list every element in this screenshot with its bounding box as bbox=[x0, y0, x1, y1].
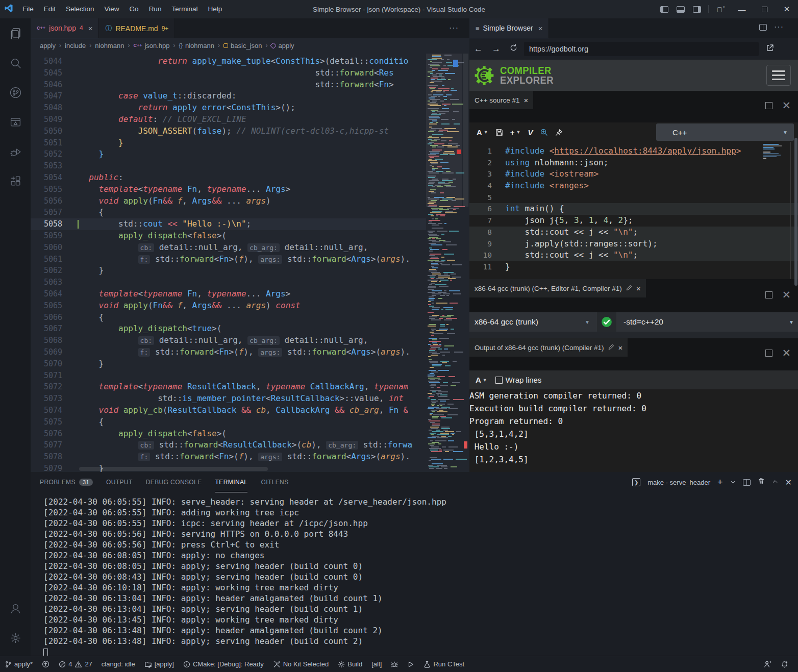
output-font-size-button[interactable]: A▼ bbox=[476, 376, 487, 384]
godbolt-scrollbar[interactable] bbox=[790, 142, 791, 279]
code-line-5055[interactable]: 5055 template<typename Fn, typename... A… bbox=[31, 184, 426, 195]
save-icon[interactable] bbox=[495, 129, 503, 136]
code-line-5059[interactable]: 5059 apply_dispatch<false>( bbox=[31, 230, 426, 242]
code-line-5054[interactable]: 5054 public: bbox=[31, 172, 426, 184]
code-line-5068[interactable]: 5068 cb: detail::null_arg, cb_arg: detai… bbox=[31, 335, 426, 346]
publish-changes-icon[interactable] bbox=[42, 660, 49, 668]
breadcrumb-item-apply[interactable]: apply bbox=[271, 42, 294, 49]
editor-more-actions[interactable]: ··· bbox=[449, 23, 459, 33]
build-button[interactable]: Build bbox=[338, 660, 362, 668]
breadcrumb[interactable]: apply›include›nlohmann›C++json.hpp›{}nlo… bbox=[31, 38, 469, 53]
close-button[interactable]: ✕ bbox=[776, 0, 798, 18]
code-line-5074[interactable]: 5074 void apply_cb(ResultCallback && cb,… bbox=[31, 405, 426, 416]
compiler-select[interactable]: x86-64 gcc (trunk) ▼ bbox=[475, 317, 597, 327]
code-line-5072[interactable]: 5072 template<typename ResultCallback, t… bbox=[31, 381, 426, 393]
godbolt-line-7[interactable]: 7 json j{5, 3, 1, 4, 2}; bbox=[469, 215, 798, 227]
terminal-instance-label[interactable]: make - serve_header bbox=[647, 479, 710, 486]
cmake-panel-icon[interactable] bbox=[0, 107, 31, 137]
close-panel-icon[interactable]: ✕ bbox=[785, 478, 792, 487]
reload-icon[interactable] bbox=[510, 44, 517, 54]
maximize-pane-icon[interactable] bbox=[765, 291, 772, 298]
split-terminal-icon[interactable] bbox=[743, 479, 751, 486]
code-line-5060[interactable]: 5060 cb: detail::null_arg, cb_arg: detai… bbox=[31, 242, 426, 254]
source-pane-tab[interactable]: C++ source #1 × bbox=[469, 91, 533, 109]
toggle-secondary-sidebar-icon[interactable] bbox=[693, 6, 701, 13]
toggle-sidebar-icon[interactable] bbox=[660, 6, 668, 13]
breadcrumb-item-nlohmann[interactable]: {}nlohmann bbox=[179, 42, 214, 49]
maximize-pane-icon[interactable] bbox=[765, 350, 772, 357]
breadcrumb-item-apply[interactable]: apply bbox=[40, 42, 56, 49]
code-line-5048[interactable]: 5048 return apply_error<ConstThis>(); bbox=[31, 102, 426, 114]
code-line-5069[interactable]: 5069 f: std::forward<Fn>(f), args: std::… bbox=[31, 346, 426, 358]
code-line-5063[interactable]: 5063 bbox=[31, 277, 426, 288]
code-line-5070[interactable]: 5070 } bbox=[31, 358, 426, 370]
editor-horizontal-scrollbar[interactable] bbox=[79, 467, 268, 471]
language-select[interactable]: C++ ▼ bbox=[656, 123, 794, 141]
code-line-5049[interactable]: 5049 default: // LCOV_EXCL_LINE bbox=[31, 114, 426, 126]
code-line-5071[interactable]: 5071 bbox=[31, 370, 426, 382]
close-output-tab-icon[interactable]: × bbox=[618, 343, 623, 352]
code-line-5076[interactable]: 5076 apply_dispatch<false>( bbox=[31, 428, 426, 440]
customize-layout-icon[interactable]: ▢˚ bbox=[717, 6, 726, 13]
editor-scrollbar[interactable] bbox=[462, 53, 469, 472]
godbolt-line-5[interactable]: 5 bbox=[469, 192, 798, 204]
panel-tab-problems[interactable]: PROBLEMS31 bbox=[40, 472, 93, 492]
tab-readme-md[interactable]: ⓘREADME.md9+ bbox=[99, 18, 175, 38]
extensions-icon[interactable] bbox=[0, 166, 31, 196]
rename-pane-icon[interactable] bbox=[626, 285, 632, 292]
menu-go[interactable]: Go bbox=[124, 0, 144, 18]
toggle-panel-icon[interactable] bbox=[677, 6, 685, 13]
breadcrumb-item-include[interactable]: include bbox=[65, 42, 86, 49]
code-line-5075[interactable]: 5075 { bbox=[31, 416, 426, 428]
launch-target-icon[interactable] bbox=[407, 661, 414, 668]
breadcrumb-item-basic_json[interactable]: basic_json bbox=[223, 42, 262, 49]
close-pane-icon[interactable]: ✕ bbox=[782, 350, 791, 357]
godbolt-line-6[interactable]: 6int main() { bbox=[469, 203, 798, 215]
close-pane-icon[interactable]: ✕ bbox=[782, 291, 791, 298]
panel-tab-debug-console[interactable]: DEBUG CONSOLE bbox=[146, 472, 202, 492]
code-line-5058[interactable]: 5058 std::cout << "Hello :-)\n"; bbox=[31, 218, 426, 230]
new-terminal-icon[interactable]: + bbox=[717, 477, 723, 488]
close-tab-icon[interactable]: × bbox=[88, 24, 93, 33]
wrap-lines-checkbox[interactable] bbox=[495, 377, 503, 384]
add-pane-button[interactable]: +▼ bbox=[510, 128, 521, 137]
source-control-icon[interactable] bbox=[0, 78, 31, 107]
breadcrumb-item-nlohmann[interactable]: nlohmann bbox=[95, 42, 124, 49]
close-tab-icon[interactable]: × bbox=[538, 24, 543, 33]
code-line-5050[interactable]: 5050 JSON_ASSERT(false); // NOLINT(cert-… bbox=[31, 126, 426, 137]
code-line-5073[interactable]: 5073 std::is_member_pointer<ResultCallba… bbox=[31, 393, 426, 405]
godbolt-line-11[interactable]: 11} bbox=[469, 261, 798, 273]
forward-icon[interactable]: → bbox=[492, 44, 501, 54]
more-actions-icon[interactable]: ··· bbox=[774, 22, 784, 32]
code-line-5046[interactable]: 5046 std::forward<Fn> bbox=[31, 79, 426, 91]
vim-mode-icon[interactable]: V bbox=[528, 128, 533, 137]
code-editor[interactable]: 5044 return apply_make_tuple<ConstThis>(… bbox=[31, 53, 469, 472]
breadcrumb-item-json.hpp[interactable]: C++json.hpp bbox=[133, 42, 169, 49]
run-ctest-button[interactable]: Run CTest bbox=[423, 660, 464, 668]
close-pane-icon[interactable]: ✕ bbox=[782, 102, 791, 109]
godbolt-line-10[interactable]: 10 std::cout << j << "\n"; bbox=[469, 250, 798, 261]
godbolt-source-editor[interactable]: 1#include <https://localhost:8443/apply/… bbox=[469, 142, 798, 279]
git-branch-status[interactable]: apply* bbox=[5, 660, 33, 668]
feedback-icon[interactable] bbox=[764, 660, 771, 668]
godbolt-line-4[interactable]: 4#include <ranges> bbox=[469, 180, 798, 192]
code-line-5077[interactable]: 5077 cb: std::forward<ResultCallback>(cb… bbox=[31, 439, 426, 451]
code-line-5053[interactable]: 5053 bbox=[31, 160, 426, 172]
maximize-button[interactable] bbox=[753, 0, 776, 18]
back-icon[interactable]: ← bbox=[474, 44, 483, 54]
godbolt-line-1[interactable]: 1#include <https://localhost:8443/apply/… bbox=[469, 145, 798, 157]
kit-selection-status[interactable]: No Kit Selected bbox=[273, 660, 329, 668]
notifications-bell-icon[interactable] bbox=[781, 660, 788, 668]
code-line-5062[interactable]: 5062 } bbox=[31, 265, 426, 277]
cmake-project-status[interactable]: [apply] bbox=[144, 660, 174, 668]
output-pane-tab[interactable]: Output of x86-64 gcc (trunk) (Compiler #… bbox=[469, 338, 628, 357]
build-target[interactable]: [all] bbox=[371, 660, 382, 668]
cmake-status[interactable]: CMake: [Debug]: Ready bbox=[183, 660, 264, 668]
close-compiler-tab-icon[interactable]: × bbox=[636, 284, 641, 293]
kill-terminal-icon[interactable] bbox=[758, 478, 765, 487]
tab-json-hpp[interactable]: C++json.hpp4× bbox=[31, 18, 99, 38]
godbolt-line-9[interactable]: 9 j.apply(std::ranges::sort); bbox=[469, 238, 798, 250]
compiler-pane-tab[interactable]: x86-64 gcc (trunk) (C++, Editor #1, Comp… bbox=[469, 279, 646, 297]
code-line-5047[interactable]: 5047 case value_t::discarded: bbox=[31, 90, 426, 102]
code-line-5052[interactable]: 5052 } bbox=[31, 148, 426, 160]
